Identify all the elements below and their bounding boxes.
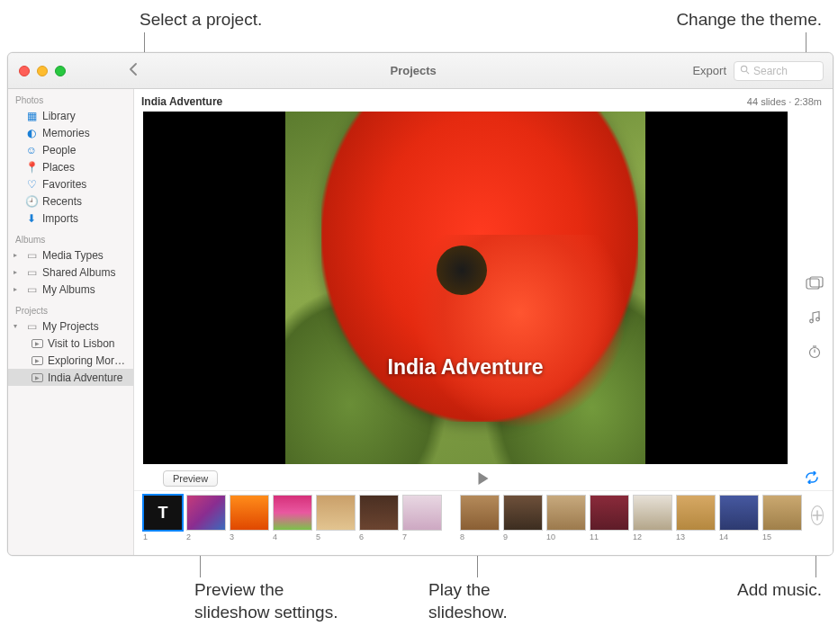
- thumbnail[interactable]: 5: [316, 495, 356, 541]
- thumbnail[interactable]: 8: [460, 495, 500, 541]
- sidebar-item-media-types[interactable]: ▸▭Media Types: [8, 246, 133, 264]
- export-button[interactable]: Export: [692, 64, 726, 77]
- sidebar-item-label: Imports: [42, 212, 78, 225]
- slideshow-icon: ▶: [32, 356, 43, 365]
- loop-button[interactable]: [804, 471, 820, 487]
- sidebar-item-library[interactable]: ▦Library: [8, 107, 133, 124]
- thumbnail[interactable]: 11: [590, 495, 629, 541]
- sidebar-item-label: India Adventure: [48, 371, 122, 384]
- svg-point-5: [816, 318, 820, 321]
- thumbnail-image: [762, 495, 802, 531]
- thumbnail-title-slide[interactable]: T 1: [143, 495, 183, 541]
- thumbnail[interactable]: 15: [762, 495, 802, 541]
- callout-text: Play the: [428, 580, 491, 599]
- window-title: Projects: [134, 64, 692, 77]
- thumbnail-number: 5: [316, 531, 320, 541]
- thumbnail[interactable]: 14: [719, 495, 759, 541]
- folder-icon: ▭: [25, 320, 38, 333]
- preview-button[interactable]: Preview: [163, 470, 218, 487]
- sidebar-item-label: My Albums: [42, 283, 95, 296]
- thumbnail-number: 15: [762, 531, 771, 541]
- thumbnail-number: 7: [402, 531, 407, 541]
- music-button[interactable]: [805, 308, 824, 327]
- thumbnail[interactable]: 2: [186, 495, 226, 541]
- plus-icon: [812, 510, 823, 521]
- fullscreen-window-button[interactable]: [55, 66, 66, 76]
- thumbnail[interactable]: 12: [633, 495, 672, 541]
- thumbnail[interactable]: 6: [359, 495, 399, 541]
- people-icon: ☺: [25, 144, 38, 157]
- search-input[interactable]: Search: [734, 61, 824, 81]
- minimize-window-button[interactable]: [37, 66, 48, 76]
- thumbnail[interactable]: 7: [402, 495, 442, 541]
- chevron-right-icon: ▸: [14, 285, 21, 293]
- thumbnail-number: 1: [143, 531, 148, 541]
- duration-button[interactable]: [805, 342, 824, 362]
- app-window: Projects Export Search Photos ▦Library ◐…: [7, 52, 833, 556]
- thumbnail-image: [590, 495, 629, 531]
- sidebar-item-favorites[interactable]: ♡Favorites: [8, 175, 133, 192]
- folder-icon: ▭: [25, 266, 38, 279]
- thumbnail[interactable]: 13: [676, 495, 716, 541]
- svg-line-1: [746, 71, 749, 74]
- thumbnail-image: [316, 495, 356, 531]
- thumbnail[interactable]: 9: [503, 495, 543, 541]
- sidebar-item-label: Media Types: [42, 249, 104, 262]
- loop-icon: [804, 471, 820, 484]
- sidebar-item-recents[interactable]: 🕘Recents: [8, 192, 133, 210]
- folder-icon: ▭: [25, 249, 38, 262]
- thumbnail[interactable]: 4: [273, 495, 312, 541]
- memories-icon: ◐: [25, 127, 38, 139]
- sidebar-project-visit-lisbon[interactable]: ▶Visit to Lisbon: [8, 335, 133, 352]
- search-icon: [740, 65, 750, 76]
- sidebar-project-india-adventure[interactable]: ▶India Adventure: [8, 369, 133, 386]
- sidebar-item-label: Exploring Mor…: [48, 354, 125, 367]
- thumbnail-number: 4: [273, 531, 277, 541]
- callout-select-project: Select a project.: [140, 9, 262, 31]
- sidebar-item-label: My Projects: [42, 320, 99, 333]
- favorites-icon: ♡: [25, 178, 38, 191]
- sidebar-project-exploring[interactable]: ▶Exploring Mor…: [8, 352, 133, 369]
- sidebar-item-memories[interactable]: ◐Memories: [8, 124, 133, 141]
- thumbnail-number: 6: [359, 531, 364, 541]
- callout-text: Preview the: [194, 580, 284, 599]
- sidebar-item-label: Memories: [42, 127, 90, 139]
- thumbnail-image: [503, 495, 543, 531]
- add-photos-button[interactable]: [811, 505, 824, 525]
- sidebar-item-imports[interactable]: ⬇Imports: [8, 210, 133, 227]
- close-window-button[interactable]: [19, 66, 30, 76]
- thumbnail-image: [230, 495, 269, 531]
- imports-icon: ⬇: [25, 212, 38, 225]
- sidebar-item-my-albums[interactable]: ▸▭My Albums: [8, 281, 133, 298]
- thumbnail-image: [273, 495, 312, 531]
- chevron-right-icon: ▸: [14, 268, 21, 276]
- thumbnail[interactable]: 3: [230, 495, 269, 541]
- search-placeholder: Search: [753, 65, 788, 77]
- sidebar: Photos ▦Library ◐Memories ☺People 📍Place…: [8, 89, 134, 555]
- play-button[interactable]: [479, 472, 489, 485]
- svg-point-0: [741, 66, 746, 71]
- project-meta: 44 slides · 2:38m: [747, 96, 822, 107]
- thumbnail-strip: T 1 2 3 4 5 6 7 8 9 10 11 12 13 14 15: [134, 490, 833, 555]
- thumbnail[interactable]: 10: [546, 495, 586, 541]
- recents-icon: 🕘: [25, 195, 38, 208]
- slideshow-icon: ▶: [32, 339, 43, 348]
- controls-row: Preview: [134, 467, 833, 490]
- thumbnail-image: [186, 495, 226, 531]
- window-controls: [8, 66, 66, 76]
- thumbnail-number: 12: [633, 531, 642, 541]
- theme-icon: [806, 276, 824, 291]
- thumbnail-image: [633, 495, 672, 531]
- main-content: India Adventure 44 slides · 2:38m India …: [134, 89, 833, 555]
- thumbnail-number: 14: [719, 531, 728, 541]
- theme-button[interactable]: [805, 273, 824, 293]
- svg-point-4: [810, 319, 814, 323]
- sidebar-item-people[interactable]: ☺People: [8, 141, 133, 158]
- sidebar-item-label: Favorites: [42, 178, 86, 191]
- sidebar-item-shared-albums[interactable]: ▸▭Shared Albums: [8, 264, 133, 281]
- folder-icon: ▭: [25, 283, 38, 296]
- sidebar-item-my-projects[interactable]: ▾▭My Projects: [8, 318, 133, 335]
- slideshow-viewer[interactable]: India Adventure: [143, 112, 788, 464]
- sidebar-item-places[interactable]: 📍Places: [8, 158, 133, 175]
- titlebar: Projects Export Search: [8, 53, 833, 89]
